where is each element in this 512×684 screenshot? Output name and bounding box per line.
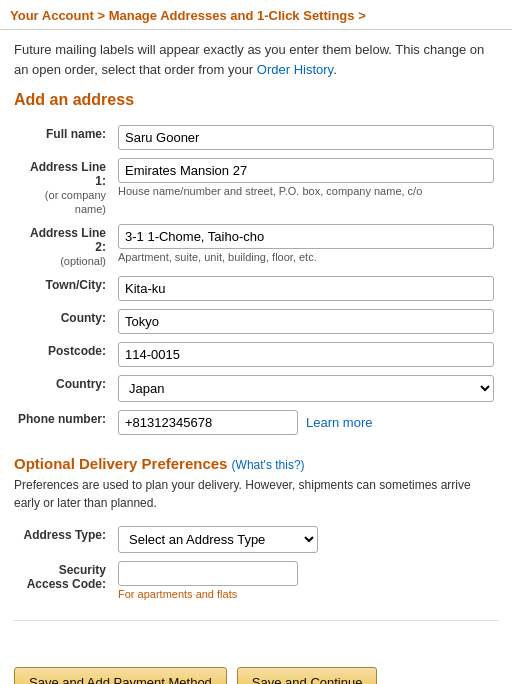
full-name-input[interactable] <box>118 125 494 150</box>
main-content: Future mailing labels will appear exactl… <box>0 30 512 657</box>
add-address-title: Add an address <box>14 91 498 109</box>
address-line1-hint: House name/number and street, P.O. box, … <box>118 185 494 197</box>
county-row: County: <box>14 305 498 338</box>
postcode-row: Postcode: <box>14 338 498 371</box>
security-access-hint: For apartments and flats <box>118 588 494 600</box>
breadcrumb-separator2: > <box>358 8 366 23</box>
optional-delivery-section: Optional Delivery Preferences (What's th… <box>14 455 498 604</box>
page-description: Future mailing labels will appear exactl… <box>14 40 498 79</box>
full-name-cell <box>114 121 498 154</box>
address-type-row: Address Type: Select an Address Type Res… <box>14 522 498 557</box>
country-label: Country: <box>14 371 114 406</box>
address-line1-input[interactable] <box>118 158 494 183</box>
phone-row: Phone number: Learn more <box>14 406 498 439</box>
save-and-continue-button[interactable]: Save and Continue <box>237 667 378 684</box>
phone-cell: Learn more <box>114 406 398 439</box>
phone-input[interactable] <box>118 410 298 435</box>
save-and-add-payment-button[interactable]: Save and Add Payment Method <box>14 667 227 684</box>
address-type-select[interactable]: Select an Address Type Residential Comme… <box>118 526 318 553</box>
country-select[interactable]: Japan United States United Kingdom China… <box>118 375 494 402</box>
postcode-cell <box>114 338 498 371</box>
optional-description: Preferences are used to plan your delive… <box>14 476 498 512</box>
description-text: Future mailing labels will appear exactl… <box>14 42 484 77</box>
address-line2-label: Address Line 2: (optional) <box>14 220 114 272</box>
postcode-label: Postcode: <box>14 338 114 371</box>
order-history-link[interactable]: Order History <box>257 62 333 77</box>
full-name-label: Full name: <box>14 121 114 154</box>
address-line1-sublabel: (or company name) <box>45 189 106 215</box>
address-line2-hint: Apartment, suite, unit, building, floor,… <box>118 251 494 263</box>
address-line2-sublabel: (optional) <box>60 255 106 267</box>
county-input[interactable] <box>118 309 494 334</box>
town-city-input[interactable] <box>118 276 494 301</box>
full-name-row: Full name: <box>14 121 498 154</box>
country-cell: Japan United States United Kingdom China… <box>114 371 498 406</box>
optional-title: Optional Delivery Preferences (What's th… <box>14 455 498 472</box>
address-line2-input[interactable] <box>118 224 494 249</box>
breadcrumb-separator1: > <box>97 8 108 23</box>
description-period: . <box>333 62 337 77</box>
button-row: Save and Add Payment Method Save and Con… <box>0 657 512 684</box>
whats-this-link[interactable]: (What's this?) <box>232 458 305 472</box>
form-divider <box>14 620 498 621</box>
address-line1-label: Address Line 1: (or company name) <box>14 154 114 220</box>
address-line1-cell: House name/number and street, P.O. box, … <box>114 154 498 220</box>
postcode-input[interactable] <box>118 342 494 367</box>
address-form: Full name: Address Line 1: (or company n… <box>14 121 498 439</box>
address-line1-row: Address Line 1: (or company name) House … <box>14 154 498 220</box>
address-type-cell: Select an Address Type Residential Comme… <box>114 522 498 557</box>
optional-form: Address Type: Select an Address Type Res… <box>14 522 498 604</box>
address-line2-cell: Apartment, suite, unit, building, floor,… <box>114 220 498 272</box>
town-city-label: Town/City: <box>14 272 114 305</box>
county-label: County: <box>14 305 114 338</box>
your-account-link[interactable]: Your Account <box>10 8 94 23</box>
town-city-row: Town/City: <box>14 272 498 305</box>
address-type-label: Address Type: <box>14 522 114 557</box>
security-access-input[interactable] <box>118 561 298 586</box>
learn-more-link[interactable]: Learn more <box>306 415 372 430</box>
security-access-cell: For apartments and flats <box>114 557 498 604</box>
optional-title-text: Optional Delivery Preferences <box>14 455 227 472</box>
town-city-cell <box>114 272 498 305</box>
security-access-label: Security Access Code: <box>14 557 114 604</box>
county-cell <box>114 305 498 338</box>
manage-addresses-link[interactable]: Manage Addresses and 1-Click Settings <box>109 8 355 23</box>
address-line2-row: Address Line 2: (optional) Apartment, su… <box>14 220 498 272</box>
security-access-row: Security Access Code: For apartments and… <box>14 557 498 604</box>
phone-label: Phone number: <box>14 406 114 439</box>
country-row: Country: Japan United States United King… <box>14 371 498 406</box>
breadcrumb: Your Account > Manage Addresses and 1-Cl… <box>0 0 512 30</box>
